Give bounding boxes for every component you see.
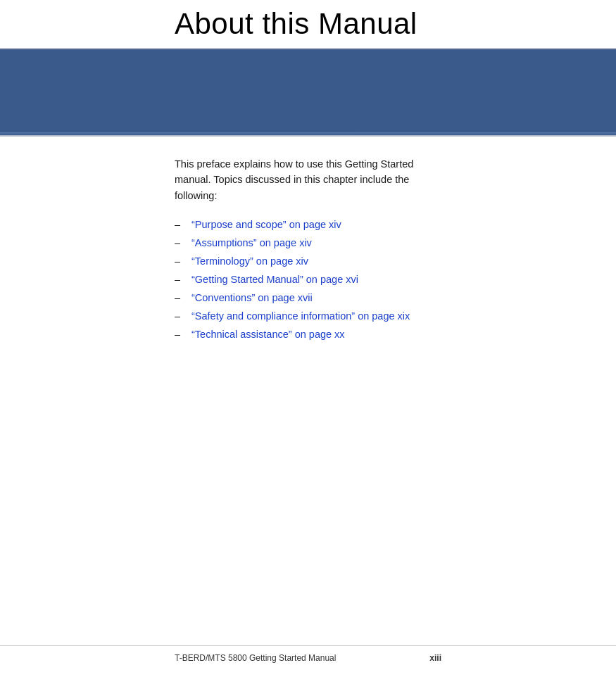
toc-list: – “Purpose and scope” on page xiv – “Ass… — [175, 219, 441, 340]
footer-manual-title: T-BERD/MTS 5800 Getting Started Manual — [175, 653, 336, 663]
toc-link-4[interactable]: “Getting Started Manual” on page xvi — [191, 274, 358, 285]
toc-link-1[interactable]: “Purpose and scope” on page xiv — [191, 219, 341, 230]
list-dash: – — [175, 219, 183, 230]
list-dash: – — [175, 329, 183, 340]
list-item: – “Safety and compliance information” on… — [175, 310, 441, 322]
footer-page-number: xiii — [429, 653, 441, 663]
toc-link-2[interactable]: “Assumptions” on page xiv — [191, 237, 312, 248]
page-title: About this Manual — [0, 0, 616, 48]
footer: T-BERD/MTS 5800 Getting Started Manual x… — [0, 645, 616, 663]
list-item: – “Getting Started Manual” on page xvi — [175, 274, 441, 285]
list-item: – “Conventions” on page xvii — [175, 292, 441, 303]
list-dash: – — [175, 237, 183, 248]
list-dash: – — [175, 255, 183, 267]
list-item: – “Assumptions” on page xiv — [175, 237, 441, 248]
list-dash: – — [175, 274, 183, 285]
content-area: This preface explains how to use this Ge… — [0, 137, 616, 340]
toc-link-6[interactable]: “Safety and compliance information” on p… — [191, 310, 410, 322]
toc-link-5[interactable]: “Conventions” on page xvii — [191, 292, 313, 303]
list-dash: – — [175, 310, 183, 322]
list-item: – “Terminology” on page xiv — [175, 255, 441, 267]
list-dash: – — [175, 292, 183, 303]
banner-image — [0, 49, 616, 132]
toc-link-3[interactable]: “Terminology” on page xiv — [191, 255, 308, 267]
intro-paragraph: This preface explains how to use this Ge… — [175, 156, 441, 203]
toc-link-7[interactable]: “Technical assistance” on page xx — [191, 329, 345, 340]
list-item: – “Purpose and scope” on page xiv — [175, 219, 441, 230]
list-item: – “Technical assistance” on page xx — [175, 329, 441, 340]
